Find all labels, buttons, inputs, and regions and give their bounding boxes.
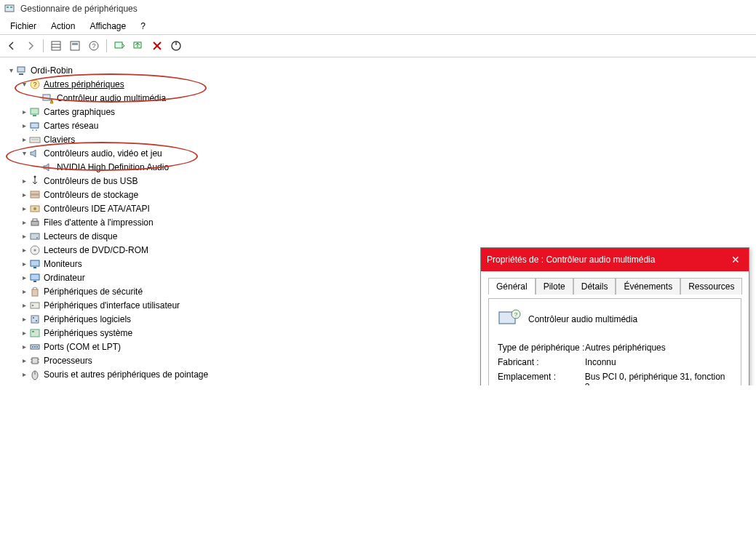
tree-category[interactable]: ▸Cartes réseau	[3, 119, 753, 132]
expand-toggle[interactable]: ▸	[19, 246, 29, 254]
svg-rect-7	[72, 43, 78, 45]
svg-rect-44	[32, 289, 38, 296]
app-icon	[4, 3, 16, 15]
tree-label: Périphériques d'interface utilisateur	[44, 300, 180, 311]
menu-file[interactable]: Fichier	[3, 18, 44, 34]
tree-label: Périphériques logiciels	[44, 314, 131, 324]
svg-rect-24	[31, 123, 39, 128]
expand-toggle[interactable]: ▸	[19, 177, 29, 185]
scan-hardware-button[interactable]	[111, 37, 128, 55]
tree-category[interactable]: ▸Contrôleurs de stockage	[3, 188, 753, 201]
tree-category[interactable]: ▸Cartes graphiques	[3, 105, 753, 119]
value-type: Autres périphériques	[585, 343, 666, 353]
svg-rect-48	[33, 317, 34, 319]
expand-toggle[interactable]: ▸	[19, 315, 29, 323]
expand-toggle[interactable]: ▸	[19, 232, 29, 240]
disable-button[interactable]	[167, 37, 185, 55]
tree-category[interactable]: ▸Contrôleurs de bus USB	[3, 174, 753, 188]
svg-rect-3	[52, 41, 60, 50]
tree-label: Claviers	[44, 135, 75, 145]
tree-label: Ports (COM et LPT)	[44, 342, 121, 352]
expand-toggle[interactable]: ▸	[19, 218, 29, 226]
expand-toggle[interactable]: ▸	[19, 343, 29, 351]
hid-icon	[29, 300, 41, 311]
device-name: Contrôleur audio multimédia	[528, 314, 637, 324]
tree-category[interactable]: ▸Contrôleurs IDE ATA/ATAPI	[3, 201, 753, 215]
expand-toggle[interactable]: ▸	[19, 121, 29, 129]
tree-item-nvidia-hd[interactable]: · NVIDIA High Definition Audio	[3, 160, 753, 174]
expand-toggle[interactable]: ▸	[19, 260, 29, 268]
svg-point-29	[34, 175, 36, 177]
help-button[interactable]: ?	[85, 37, 103, 55]
menu-view[interactable]: Affichage	[82, 18, 133, 34]
svg-rect-51	[32, 331, 34, 332]
expand-toggle[interactable]: ▸	[19, 287, 29, 295]
svg-text:?: ?	[92, 42, 95, 49]
tree-label: Souris et autres périphériques de pointa…	[44, 369, 208, 380]
expand-toggle[interactable]: ▸	[19, 356, 29, 364]
expand-toggle[interactable]: ▸	[19, 329, 29, 337]
tree-label: Contrôleur audio multimédia	[57, 93, 166, 103]
expand-toggle[interactable]: ▸	[19, 204, 29, 212]
expand-toggle[interactable]: ▸	[19, 273, 29, 281]
svg-text:?: ?	[33, 81, 36, 88]
tab-details[interactable]: Détails	[573, 278, 616, 295]
svg-rect-41	[33, 267, 36, 268]
svg-rect-10	[115, 42, 122, 48]
svg-rect-2	[10, 7, 12, 8]
ports-icon	[29, 341, 41, 353]
value-location: Bus PCI 0, périphérique 31, fonction 3	[585, 372, 732, 385]
computer-icon	[29, 272, 41, 284]
printer-icon	[29, 217, 41, 228]
expand-toggle[interactable]: ▾	[19, 80, 29, 88]
tab-driver[interactable]: Pilote	[536, 278, 573, 295]
menu-help[interactable]: ?	[133, 18, 153, 34]
expand-toggle[interactable]: ▸	[19, 370, 29, 378]
expand-toggle[interactable]: ▾	[19, 149, 29, 157]
label-type: Type de périphérique :	[498, 343, 585, 353]
tree-item-mm-audio[interactable]: · ! Contrôleur audio multimédia	[3, 91, 753, 105]
expand-toggle[interactable]: ▾	[6, 66, 16, 74]
menu-action[interactable]: Action	[44, 18, 82, 34]
tree-category[interactable]: ▸Files d'attente à l'impression	[3, 215, 753, 229]
tree-label: Processeurs	[44, 356, 92, 366]
network-adapter-icon	[29, 120, 41, 132]
uninstall-button[interactable]	[148, 37, 166, 55]
tab-resources[interactable]: Ressources	[680, 278, 742, 295]
expand-toggle[interactable]: ▸	[19, 108, 29, 116]
dialog-title: Propriétés de : Contrôleur audio multimé…	[487, 255, 728, 265]
expand-placeholder: ·	[32, 163, 42, 171]
tree-label: Contrôleurs IDE ATA/ATAPI	[44, 204, 150, 214]
svg-rect-19	[43, 95, 50, 100]
tree-label: Cartes réseau	[44, 121, 98, 131]
tree-category[interactable]: ▸Lecteurs de disque	[3, 229, 753, 243]
expand-toggle[interactable]: ▸	[19, 191, 29, 199]
tab-events[interactable]: Événements	[616, 278, 680, 295]
svg-rect-34	[31, 221, 39, 225]
close-button[interactable]: ✕	[728, 252, 743, 267]
expand-toggle[interactable]: ▸	[19, 301, 29, 309]
properties-button[interactable]	[66, 37, 84, 55]
svg-point-46	[32, 304, 33, 305]
computer-icon	[16, 65, 28, 76]
svg-rect-50	[31, 329, 39, 337]
show-hidden-button[interactable]	[47, 37, 65, 55]
tree-category[interactable]: ▸Claviers	[3, 132, 753, 146]
menu-bar: Fichier Action Affichage ?	[0, 18, 756, 35]
label-vendor: Fabricant :	[498, 357, 585, 367]
svg-point-54	[34, 346, 36, 348]
back-button[interactable]	[3, 37, 20, 55]
tree-category[interactable]: ▾ ? Autres périphériques	[3, 77, 753, 91]
expand-toggle[interactable]: ▸	[19, 135, 29, 143]
tree-category[interactable]: ▾ Contrôleurs audio, vidéo et jeu	[3, 146, 753, 160]
value-vendor: Inconnu	[585, 357, 616, 367]
tab-general[interactable]: Général	[488, 278, 536, 295]
dialog-title-bar[interactable]: Propriétés de : Contrôleur audio multimé…	[481, 248, 749, 271]
svg-point-55	[36, 346, 38, 348]
forward-button[interactable]	[22, 37, 39, 55]
dialog-body: Général Pilote Détails Événements Ressou…	[481, 271, 749, 385]
tree-root[interactable]: ▾ Ordi-Robin	[3, 63, 753, 77]
tab-pane-general: ? Contrôleur audio multimédia Type de pé…	[488, 298, 741, 385]
update-driver-button[interactable]	[130, 37, 147, 55]
toolbar-separator	[106, 39, 107, 52]
